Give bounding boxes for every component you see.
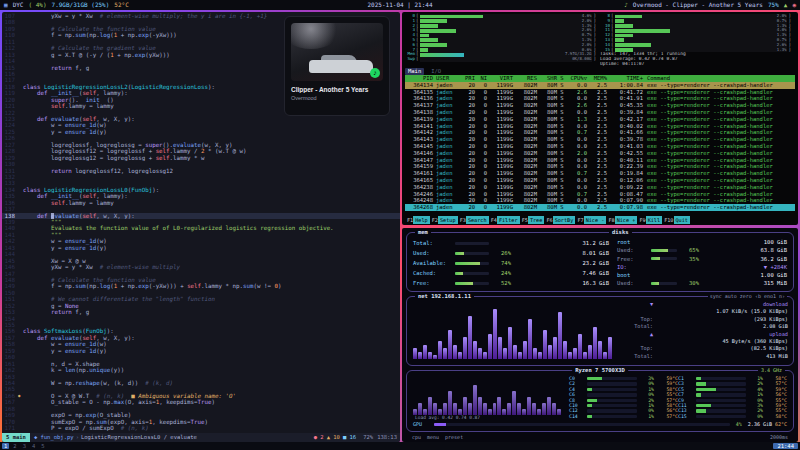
memory-usage: 7.9GB/31GB (25%) xyxy=(52,0,110,10)
process-row[interactable]: 364238jaden2001199G802M80MS0.02.50:09.22… xyxy=(405,184,795,191)
disk-value: 63.8 GiB xyxy=(702,246,787,254)
process-row[interactable]: 364141jaden2001199G802M80MS0.02.50:40.02… xyxy=(405,123,795,130)
net-stat-value: upload xyxy=(656,331,788,338)
cell-state: S xyxy=(557,204,567,211)
column-header-time[interactable]: TIME+ xyxy=(607,75,643,82)
cell-user: jaden xyxy=(433,123,461,130)
htop-tab-main[interactable]: Main xyxy=(405,68,424,75)
fkey-label-tree[interactable]: Tree xyxy=(528,216,545,224)
process-row[interactable]: 364268jaden2001199G802M80MS0.02.50:07.98… xyxy=(405,204,795,211)
process-row[interactable]: 364143jaden2001199G802M80MS0.02.50:39.78… xyxy=(405,136,795,143)
cursor-position: 138:13 xyxy=(377,433,397,442)
process-row[interactable]: 364246jaden2001199G802M80MS0.72.50:08.47… xyxy=(405,191,795,198)
column-header-shr[interactable]: SHR xyxy=(537,75,557,82)
workspace-1[interactable]: 1 xyxy=(2,443,9,449)
process-row[interactable]: 364145jaden2001199G802M80MS0.02.50:41.03… xyxy=(405,143,795,150)
cell-command: exe --type=renderer --crashpad-handler xyxy=(643,204,795,211)
net-graph-bar xyxy=(498,337,502,359)
breadcrumb: ◆ fun_obj.py›LogisticRegressionLossL0 / … xyxy=(30,433,201,442)
cpu-graph-bar xyxy=(517,403,521,415)
disk-label: root xyxy=(617,238,651,246)
workspace-2[interactable]: 2 xyxy=(11,443,18,449)
fkey-label-sortby[interactable]: SortBy xyxy=(553,216,576,224)
fkey-label-help[interactable]: Help xyxy=(413,216,430,224)
fkey-label-filter[interactable]: Filter xyxy=(497,216,520,224)
temperature: 52°C xyxy=(114,0,128,10)
cell-cpu: 0.0 xyxy=(567,95,587,102)
git-branch[interactable]: 5 main xyxy=(2,433,30,442)
diagnostics: ● 2▲ 10■ 16 xyxy=(314,433,359,442)
disk-percent: 35% xyxy=(680,255,702,263)
net-graph-bar xyxy=(418,352,422,359)
column-header-pid[interactable]: PID xyxy=(405,75,433,82)
cell-user: jaden xyxy=(433,109,461,116)
column-header-mem[interactable]: MEM% xyxy=(587,75,607,82)
fkey-label-quit[interactable]: Quit xyxy=(674,216,691,224)
gpu-usage-meter xyxy=(434,423,730,426)
process-row[interactable]: 364165jaden2001199G802M80MS0.02.50:12.06… xyxy=(405,177,795,184)
fkey-label-nice-[interactable]: Nice - xyxy=(584,216,607,224)
fkey-f10[interactable]: F10 xyxy=(664,216,673,224)
btop-menu-preset[interactable]: preset xyxy=(445,434,463,440)
net-box-buttons[interactable]: sync auto zero ‹b eno1 n› xyxy=(708,293,787,300)
cell-pid: 364137 xyxy=(405,102,433,109)
process-row[interactable]: 364137jaden2001199G802M80MS2.62.50:45.35… xyxy=(405,102,795,109)
column-header-cpu[interactable]: CPU%▽ xyxy=(567,75,587,82)
disk-meter xyxy=(651,249,677,252)
core-percent: 1% xyxy=(639,414,654,419)
fkey-label-setup[interactable]: Setup xyxy=(438,216,458,224)
core-meter xyxy=(696,388,746,391)
cell-state: S xyxy=(557,95,567,102)
process-row[interactable]: 364146jaden2001199G802M80MS2.02.50:42.55… xyxy=(405,150,795,157)
column-header-virt[interactable]: VIRT xyxy=(487,75,513,82)
process-row[interactable]: 364134jaden2001199G802M80MS0.02.51:00.84… xyxy=(405,82,795,89)
process-row[interactable]: 364248jaden2001199G802M80MS0.02.50:07.90… xyxy=(405,197,795,204)
cell-pri: 20 xyxy=(461,95,475,102)
cpu-graph-bar xyxy=(488,409,492,415)
process-row[interactable]: 364159jaden2001199G802M80MS0.02.50:22.39… xyxy=(405,163,795,170)
cell-mem: 2.5 xyxy=(587,204,607,211)
process-row[interactable]: 364161jaden2001199G802M80MS0.72.50:19.84… xyxy=(405,170,795,177)
fkey-label-nice+[interactable]: Nice + xyxy=(615,216,638,224)
column-header-ni[interactable]: NI xyxy=(475,75,487,82)
cell-command: exe --type=renderer --crashpad-handler xyxy=(643,184,795,191)
process-row[interactable]: 364138jaden2001199G802M80MS0.02.50:39.84… xyxy=(405,109,795,116)
process-row[interactable]: 364142jaden2001199G802M80MS0.72.50:41.66… xyxy=(405,129,795,136)
net-graph-bar xyxy=(598,341,602,359)
cell-virt: 1199G xyxy=(487,102,513,109)
fkey-label-search[interactable]: Search xyxy=(466,216,489,224)
column-header-user[interactable]: USER xyxy=(433,75,461,82)
fkey-label-kill[interactable]: Kill xyxy=(646,216,663,224)
cell-shr: 80M xyxy=(537,177,557,184)
workspace-3[interactable]: 3 xyxy=(21,443,28,449)
music-notification[interactable]: ♪ Clipper - Another 5 Years Overmood xyxy=(284,16,390,116)
btop-menu[interactable]: cpumenupreset xyxy=(412,434,469,440)
column-header-res[interactable]: RES xyxy=(513,75,537,82)
cell-shr: 80M xyxy=(537,129,557,136)
cpu-graph-bar xyxy=(532,403,536,415)
htop-tab-i/o[interactable]: I/O xyxy=(428,68,444,75)
column-header-pri[interactable]: PRI xyxy=(461,75,475,82)
process-table-header[interactable]: PIDUSERPRINIVIRTRESSHRSCPU%▽MEM%TIME+Com… xyxy=(405,75,795,82)
mem-meter xyxy=(455,272,489,275)
net-graph-bar xyxy=(528,319,532,359)
process-row[interactable]: 364147jaden2001199G802M80MS0.02.50:40.11… xyxy=(405,157,795,164)
process-row[interactable]: 364135jaden2001199G802M80MS2.62.50:41.72… xyxy=(405,89,795,96)
workspace-4[interactable]: 4 xyxy=(30,443,37,449)
btop-menu-cpu[interactable]: cpu xyxy=(412,434,421,440)
workspace-5[interactable]: 5 xyxy=(39,443,46,449)
cell-mem: 2.5 xyxy=(587,136,607,143)
cell-res: 802M xyxy=(513,102,537,109)
btop-window: mem disks Total:31.2 GiBUsed:26%8.01 GiB… xyxy=(402,228,798,442)
column-header-state[interactable]: S xyxy=(557,75,567,82)
cell-res: 802M xyxy=(513,89,537,96)
disk-name-row: boot1.00 GiB xyxy=(617,271,787,279)
topbar-right-stats: ♪Overmood - Clipper - Another 5 Years75%… xyxy=(624,0,796,10)
column-header-command[interactable]: Command xyxy=(643,75,795,82)
process-row[interactable]: 364136jaden2001199G802M80MS0.02.50:41.91… xyxy=(405,95,795,102)
core-meter xyxy=(587,388,637,391)
net-graph-bar xyxy=(533,348,537,359)
process-row[interactable]: 364139jaden2001199G802M80MS1.32.50:42.17… xyxy=(405,116,795,123)
btop-menu-menu[interactable]: menu xyxy=(427,434,439,440)
code-line[interactable]: 171 P = expO / sumExpO # (n, k) xyxy=(2,425,400,431)
